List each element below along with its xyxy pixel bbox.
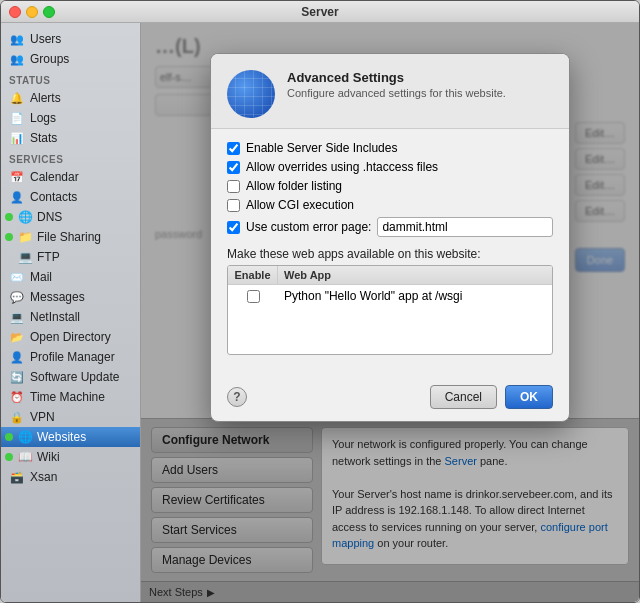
sidebar-item-open-directory[interactable]: 📂 Open Directory: [1, 327, 140, 347]
sidebar-item-websites[interactable]: 🌐 Websites: [1, 427, 140, 447]
custom-error-checkbox[interactable]: [227, 221, 240, 234]
sidebar-item-time-machine[interactable]: ⏰ Time Machine: [1, 387, 140, 407]
status-section-header: STATUS: [1, 69, 140, 88]
sidebar-label-xsan: Xsan: [30, 470, 57, 484]
sidebar-label-open-directory: Open Directory: [30, 330, 111, 344]
sidebar-item-groups[interactable]: 👥 Groups: [1, 49, 140, 69]
sidebar-item-calendar[interactable]: 📅 Calendar: [1, 167, 140, 187]
maximize-button[interactable]: [43, 6, 55, 18]
messages-icon: 💬: [9, 289, 25, 305]
sidebar-item-logs[interactable]: 📄 Logs: [1, 108, 140, 128]
ftp-status-dot: [5, 253, 13, 261]
close-button[interactable]: [9, 6, 21, 18]
allow-overrides-checkbox[interactable]: [227, 161, 240, 174]
web-app-enable-cell: [228, 290, 278, 303]
ok-button[interactable]: OK: [505, 385, 553, 409]
sidebar-item-xsan[interactable]: 🗃️ Xsan: [1, 467, 140, 487]
help-button[interactable]: ?: [227, 387, 247, 407]
server-side-includes-row: Enable Server Side Includes: [227, 141, 553, 155]
modal-overlay: Advanced Settings Configure advanced set…: [141, 23, 639, 602]
sidebar-item-file-sharing[interactable]: 📁 File Sharing: [1, 227, 140, 247]
xsan-icon: 🗃️: [9, 469, 25, 485]
sidebar-item-dns[interactable]: 🌐 DNS: [1, 207, 140, 227]
sidebar-label-software-update: Software Update: [30, 370, 119, 384]
sidebar-item-netinstall[interactable]: 💻 NetInstall: [1, 307, 140, 327]
modal-header: Advanced Settings Configure advanced set…: [211, 54, 569, 129]
cancel-button[interactable]: Cancel: [430, 385, 497, 409]
web-app-enable-checkbox[interactable]: [247, 290, 260, 303]
services-section-header: SERVICES: [1, 148, 140, 167]
sidebar-label-logs: Logs: [30, 111, 56, 125]
server-side-includes-checkbox[interactable]: [227, 142, 240, 155]
web-app-name-cell: Python "Hello World" app at /wsgi: [278, 289, 552, 303]
web-apps-table-header: Enable Web App: [228, 266, 552, 285]
sidebar-item-alerts[interactable]: 🔔 Alerts: [1, 88, 140, 108]
sidebar-item-profile-manager[interactable]: 👤 Profile Manager: [1, 347, 140, 367]
time-machine-icon: ⏰: [9, 389, 25, 405]
sidebar-label-mail: Mail: [30, 270, 52, 284]
stats-icon: 📊: [9, 130, 25, 146]
allow-overrides-label: Allow overrides using .htaccess files: [246, 160, 438, 174]
sidebar-label-contacts: Contacts: [30, 190, 77, 204]
sidebar-item-stats[interactable]: 📊 Stats: [1, 128, 140, 148]
ftp-icon: 💻: [17, 249, 33, 265]
allow-overrides-row: Allow overrides using .htaccess files: [227, 160, 553, 174]
modal-title: Advanced Settings: [287, 70, 506, 85]
sidebar-item-contacts[interactable]: 👤 Contacts: [1, 187, 140, 207]
server-side-includes-label: Enable Server Side Includes: [246, 141, 397, 155]
mail-icon: ✉️: [9, 269, 25, 285]
websites-icon: 🌐: [17, 429, 33, 445]
sidebar-item-software-update[interactable]: 🔄 Software Update: [1, 367, 140, 387]
sidebar: 👥 Users 👥 Groups STATUS 🔔 Alerts 📄 Logs …: [1, 23, 141, 602]
sidebar-label-time-machine: Time Machine: [30, 390, 105, 404]
sidebar-label-stats: Stats: [30, 131, 57, 145]
websites-status-dot: [5, 433, 13, 441]
main-content: 👥 Users 👥 Groups STATUS 🔔 Alerts 📄 Logs …: [1, 23, 639, 602]
sidebar-label-vpn: VPN: [30, 410, 55, 424]
custom-error-input[interactable]: [377, 217, 553, 237]
open-directory-icon: 📂: [9, 329, 25, 345]
window-title: Server: [301, 5, 338, 19]
dns-icon: 🌐: [17, 209, 33, 225]
modal-subtitle: Configure advanced settings for this web…: [287, 87, 506, 99]
cgi-execution-checkbox[interactable]: [227, 199, 240, 212]
sidebar-label-profile-manager: Profile Manager: [30, 350, 115, 364]
sidebar-item-messages[interactable]: 💬 Messages: [1, 287, 140, 307]
users-icon: 👥: [9, 31, 25, 47]
modal-footer-buttons: Cancel OK: [430, 385, 553, 409]
software-update-icon: 🔄: [9, 369, 25, 385]
dns-status-dot: [5, 213, 13, 221]
modal-footer: ? Cancel OK: [211, 377, 569, 421]
minimize-button[interactable]: [26, 6, 38, 18]
folder-listing-checkbox[interactable]: [227, 180, 240, 193]
titlebar: Server: [1, 1, 639, 23]
logs-icon: 📄: [9, 110, 25, 126]
web-app-column-header: Web App: [278, 266, 552, 284]
sidebar-label-alerts: Alerts: [30, 91, 61, 105]
sidebar-label-dns: DNS: [37, 210, 62, 224]
sidebar-item-vpn[interactable]: 🔒 VPN: [1, 407, 140, 427]
wiki-status-dot: [5, 453, 13, 461]
web-apps-section: Make these web apps available on this we…: [227, 247, 553, 355]
sidebar-label-wiki: Wiki: [37, 450, 60, 464]
sidebar-item-users[interactable]: 👥 Users: [1, 29, 140, 49]
contacts-icon: 👤: [9, 189, 25, 205]
cgi-execution-label: Allow CGI execution: [246, 198, 354, 212]
custom-error-label: Use custom error page:: [246, 220, 371, 234]
sidebar-item-wiki[interactable]: 📖 Wiki: [1, 447, 140, 467]
folder-listing-label: Allow folder listing: [246, 179, 342, 193]
sidebar-label-calendar: Calendar: [30, 170, 79, 184]
advanced-settings-modal: Advanced Settings Configure advanced set…: [210, 53, 570, 422]
web-app-row: Python "Hello World" app at /wsgi: [228, 285, 552, 307]
wiki-icon: 📖: [17, 449, 33, 465]
sidebar-item-ftp[interactable]: 💻 FTP: [1, 247, 140, 267]
custom-error-row: Use custom error page:: [227, 217, 553, 237]
sidebar-label-netinstall: NetInstall: [30, 310, 80, 324]
modal-body: Enable Server Side Includes Allow overri…: [211, 129, 569, 377]
app-window: Server 👥 Users 👥 Groups STATUS 🔔 Alerts …: [0, 0, 640, 603]
enable-column-header: Enable: [228, 266, 278, 284]
globe-icon: [227, 70, 275, 118]
groups-icon: 👥: [9, 51, 25, 67]
profile-manager-icon: 👤: [9, 349, 25, 365]
sidebar-item-mail[interactable]: ✉️ Mail: [1, 267, 140, 287]
